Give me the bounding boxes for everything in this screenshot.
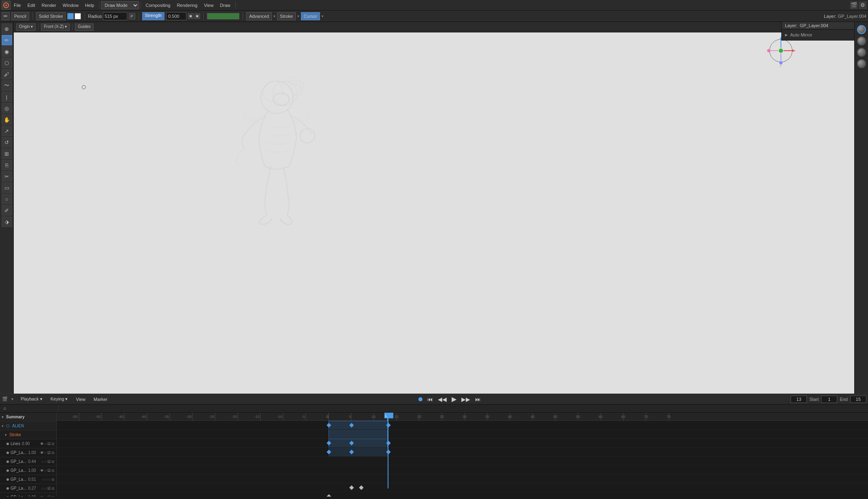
end-frame-input[interactable]: 15: [850, 396, 866, 403]
erase-tool[interactable]: ◉: [2, 46, 12, 57]
strength-btn[interactable]: Strength: [142, 12, 165, 20]
gp4-render[interactable]: ○: [49, 478, 51, 482]
cut-tool[interactable]: ✂: [2, 171, 12, 182]
eyedrop-tool[interactable]: 🖋: [2, 69, 12, 79]
track-stroke-group[interactable]: ▾ Stroke: [0, 430, 56, 439]
circle-select-tool[interactable]: ○: [2, 194, 12, 204]
menu-draw[interactable]: Draw: [217, 2, 234, 9]
main-viewport[interactable]: X Z: [14, 32, 868, 394]
step-back-btn[interactable]: ◀◀: [436, 395, 448, 403]
gp4-lock[interactable]: ○: [45, 478, 47, 482]
lines-render[interactable]: ☑: [47, 442, 51, 446]
track-item-gp5[interactable]: GP_La... 0.27 ○ ○ ☑ ⊞: [0, 484, 56, 493]
pressure-icon[interactable]: P: [129, 13, 135, 19]
track-item-gp2[interactable]: GP_La... 0.44 ○ ○ ☑ ⊞: [0, 457, 56, 466]
grab-tool[interactable]: ✋: [2, 114, 12, 125]
menu-compositing[interactable]: Compositing: [143, 2, 174, 9]
gp5-eye[interactable]: ○: [41, 486, 43, 490]
timeline-ruler-area[interactable]: -55 -50 -45 -40 -35 -30 -25: [57, 413, 868, 497]
menu-window[interactable]: Window: [60, 2, 82, 9]
track-item-gp6[interactable]: GP_La... 1.00 👁 ○ ☑ ⊞: [0, 493, 56, 497]
gp2-extra[interactable]: ⊞: [51, 460, 55, 464]
menu-render[interactable]: Render: [38, 2, 60, 9]
annotate-tool[interactable]: ✐: [2, 205, 12, 216]
pinch-tool[interactable]: ⊞: [2, 148, 12, 159]
gp6-extra[interactable]: ⊞: [51, 495, 55, 497]
mirror-sphere-1[interactable]: [857, 25, 866, 34]
menu-view2[interactable]: View: [200, 2, 217, 9]
play-btn[interactable]: ▶: [450, 394, 458, 404]
origin-btn[interactable]: Origin ▾: [16, 24, 36, 31]
mirror-sphere-2[interactable]: [857, 36, 866, 45]
menu-edit[interactable]: Edit: [24, 2, 38, 9]
smooth-tool[interactable]: 〜: [2, 80, 12, 91]
view-btn[interactable]: Front (X-Z) ▾: [41, 24, 70, 31]
gp2-eye[interactable]: ○: [41, 460, 43, 464]
gp1-lock[interactable]: ○: [45, 451, 47, 455]
gp5-lock[interactable]: ○: [45, 486, 47, 490]
gp5-render[interactable]: ☑: [47, 486, 51, 490]
gp2-render[interactable]: ☑: [47, 460, 51, 464]
strength-input[interactable]: [166, 12, 186, 20]
draw-tool[interactable]: ✏: [2, 35, 12, 45]
guides-btn[interactable]: Guides: [75, 24, 94, 31]
menu-rendering[interactable]: Rendering: [174, 2, 201, 9]
menu-help[interactable]: Help: [82, 2, 98, 9]
stroke-btn[interactable]: Stroke: [277, 12, 296, 20]
mirror-sphere-3[interactable]: [857, 48, 866, 57]
track-item-gp1[interactable]: GP_La... 1.00 👁 ○ ☑ ⊞: [0, 448, 56, 457]
track-summary[interactable]: ▾ Summary: [0, 413, 56, 422]
cursor-tool[interactable]: ⊕: [2, 24, 12, 34]
start-frame-input[interactable]: 1: [821, 396, 837, 403]
alien-collapse-icon[interactable]: ▾: [2, 424, 4, 428]
view-menu[interactable]: View: [73, 396, 88, 403]
measure-tool[interactable]: ⬗: [2, 216, 12, 227]
track-alien-group[interactable]: ▾ ⬡ ALIEN: [0, 422, 56, 430]
blender-icon[interactable]: [2, 1, 11, 10]
step-fwd-btn[interactable]: ▶▶: [460, 395, 472, 403]
gp5-extra[interactable]: ⊞: [51, 486, 55, 490]
gp4-extra[interactable]: ⊞: [51, 478, 55, 482]
kf-summary-3[interactable]: [386, 423, 390, 427]
clone-tool[interactable]: ⎘: [2, 160, 12, 170]
lines-extra[interactable]: ⊞: [51, 442, 55, 446]
gp6-lock[interactable]: ○: [45, 495, 47, 497]
gp3-extra[interactable]: ⊞: [51, 469, 55, 473]
render-icon[interactable]: 🎬: [850, 2, 857, 9]
lines-lock[interactable]: ○: [45, 442, 47, 446]
stroke-type-btn[interactable]: Solid Stroke: [36, 12, 66, 20]
track-item-gp4[interactable]: GP_La... 0.51 ○ ○ ○ ⊞: [0, 475, 56, 484]
jump-start-btn[interactable]: ⏮: [426, 395, 435, 403]
settings-icon[interactable]: ⚙: [859, 2, 866, 9]
kf-gp4-1[interactable]: [349, 485, 354, 490]
mirror-sphere-4[interactable]: [857, 59, 866, 68]
current-frame-input[interactable]: 13: [791, 396, 807, 403]
gp1-extra[interactable]: ⊞: [51, 451, 55, 455]
twist-tool[interactable]: ↺: [2, 137, 12, 148]
gp2-lock[interactable]: ○: [45, 460, 47, 464]
advanced-btn[interactable]: Advanced: [246, 12, 272, 20]
gizmo-widget[interactable]: X Z: [767, 36, 795, 74]
gp1-eye[interactable]: 👁: [40, 451, 44, 455]
stroke-collapse-icon[interactable]: ▾: [5, 433, 7, 437]
kf-stroke-3[interactable]: [386, 441, 390, 445]
playback-menu[interactable]: Playback ▾: [18, 396, 45, 403]
cursor-btn[interactable]: Cursor: [301, 12, 320, 20]
keying-menu[interactable]: Keying ▾: [48, 396, 70, 403]
thickness-tool[interactable]: |: [2, 92, 12, 102]
kf-summary-2[interactable]: [349, 423, 354, 427]
gp4-eye[interactable]: ○: [43, 478, 45, 482]
push-tool[interactable]: ↗: [2, 126, 12, 136]
gp3-lock[interactable]: ○: [45, 469, 47, 473]
kf-gp5-1[interactable]: [326, 494, 331, 497]
track-item-gp3[interactable]: GP_La... 1.00 👁 ○ ☑ ⊞: [0, 466, 56, 475]
timeline-content[interactable]: [57, 421, 868, 497]
jump-end-btn[interactable]: ⏭: [473, 395, 482, 403]
gp1-render[interactable]: ☑: [47, 451, 51, 455]
box-select-tool[interactable]: ▭: [2, 182, 12, 193]
kf-stroke-1[interactable]: [326, 441, 331, 445]
kf-summary-1[interactable]: [326, 423, 331, 427]
gp6-render[interactable]: ☑: [47, 495, 51, 497]
summary-collapse-icon[interactable]: ▾: [2, 415, 4, 419]
marker-menu[interactable]: Marker: [91, 396, 110, 403]
